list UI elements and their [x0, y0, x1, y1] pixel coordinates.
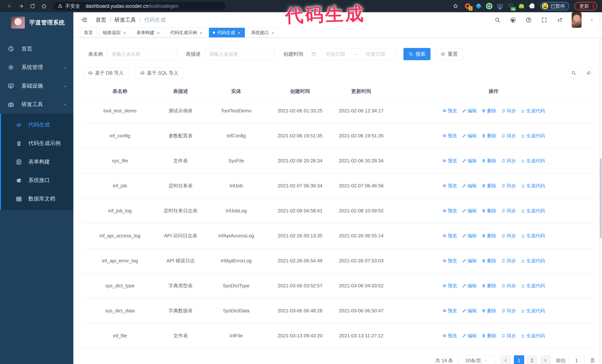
- sync-link[interactable]: 同步: [501, 132, 516, 140]
- app-logo[interactable]: 芋道管理系统: [0, 12, 73, 33]
- edit-link[interactable]: 编辑: [462, 207, 477, 215]
- delete-link[interactable]: 删除: [482, 257, 496, 265]
- github-icon[interactable]: [509, 16, 517, 24]
- preview-link[interactable]: 预览: [442, 282, 457, 290]
- edit-link[interactable]: 编辑: [462, 307, 477, 315]
- toggle-search-button[interactable]: [568, 68, 579, 78]
- close-icon[interactable]: [271, 31, 275, 34]
- extension-icon-robot[interactable]: [518, 3, 525, 10]
- import-db-button[interactable]: 基于 DB 导入: [83, 67, 129, 79]
- reload-icon[interactable]: [28, 1, 37, 11]
- paused-profile-badge[interactable]: 已暂停: [540, 2, 569, 10]
- preview-link[interactable]: 预览: [442, 332, 457, 340]
- generate-code-link[interactable]: 生成代码: [521, 257, 545, 265]
- extension-icon-gem[interactable]: [475, 3, 482, 10]
- edit-link[interactable]: 编辑: [462, 157, 477, 165]
- extension-icon-on[interactable]: on: [507, 3, 514, 10]
- edit-link[interactable]: 编辑: [462, 257, 477, 265]
- sidebar-menu-item[interactable]: 研发工具: [0, 95, 73, 114]
- edit-link[interactable]: 编辑: [462, 107, 477, 114]
- next-page-button[interactable]: [540, 355, 550, 364]
- generate-code-link[interactable]: 生成代码: [521, 207, 545, 215]
- user-avatar[interactable]: [572, 12, 582, 28]
- page-size-select[interactable]: 10条/页: [458, 355, 495, 364]
- sidebar-submenu-item[interactable]: 数据库文档: [1, 190, 73, 208]
- sync-link[interactable]: 同步: [501, 332, 516, 340]
- sync-link[interactable]: 同步: [501, 157, 516, 165]
- sidebar-submenu-item[interactable]: 代码生成: [1, 115, 73, 134]
- generate-code-link[interactable]: 生成代码: [521, 232, 545, 239]
- tab-item[interactable]: 代码生成示例: [166, 28, 207, 37]
- delete-link[interactable]: 删除: [482, 207, 496, 215]
- scrollbar-thumb[interactable]: [600, 158, 602, 238]
- preview-link[interactable]: 预览: [442, 107, 457, 114]
- sync-link[interactable]: 同步: [501, 207, 516, 215]
- scrollbar[interactable]: [599, 12, 602, 364]
- sidebar-submenu-item[interactable]: 表单构建: [1, 153, 73, 171]
- kebab-menu-icon[interactable]: [593, 4, 594, 8]
- back-icon[interactable]: [5, 1, 14, 11]
- tab-item[interactable]: 表单构建: [133, 28, 164, 37]
- preview-link[interactable]: 预览: [442, 307, 457, 315]
- generate-code-link[interactable]: 生成代码: [521, 157, 545, 165]
- sidebar-menu-item[interactable]: 首页: [0, 40, 73, 58]
- sidebar-toggle-icon[interactable]: [80, 16, 88, 24]
- table-desc-input[interactable]: [205, 48, 275, 60]
- help-icon[interactable]: [525, 16, 532, 24]
- close-icon[interactable]: [199, 31, 203, 34]
- delete-link[interactable]: 删除: [482, 132, 496, 140]
- fullscreen-icon[interactable]: [540, 16, 548, 24]
- search-icon[interactable]: [494, 16, 501, 24]
- delete-link[interactable]: 删除: [482, 307, 496, 315]
- refresh-table-button[interactable]: [583, 68, 594, 78]
- tab-item[interactable]: 链路追踪: [99, 28, 130, 37]
- home-icon[interactable]: [39, 1, 49, 11]
- preview-link[interactable]: 预览: [442, 232, 457, 239]
- update-button[interactable]: 更新: [574, 2, 597, 10]
- chevron-down-icon[interactable]: [590, 18, 594, 22]
- preview-link[interactable]: 预览: [442, 207, 457, 215]
- forward-icon[interactable]: [16, 1, 26, 11]
- extension-icon-grid[interactable]: [497, 3, 503, 10]
- breadcrumb-item-devtools[interactable]: 研发工具: [115, 16, 136, 24]
- preview-link[interactable]: 预览: [442, 182, 457, 190]
- delete-link[interactable]: 删除: [482, 157, 496, 165]
- sidebar-menu-item[interactable]: 基础设施: [0, 77, 73, 95]
- goto-page-input[interactable]: [569, 355, 585, 364]
- sidebar-submenu-item[interactable]: 代码生成示例: [1, 134, 73, 153]
- search-button[interactable]: 搜索: [403, 48, 430, 60]
- generate-code-link[interactable]: 生成代码: [521, 282, 545, 290]
- edit-link[interactable]: 编辑: [462, 182, 477, 190]
- import-sql-button[interactable]: 基于 SQL 导入: [135, 67, 183, 79]
- sync-link[interactable]: 同步: [501, 307, 516, 315]
- sync-link[interactable]: 同步: [501, 182, 516, 190]
- generate-code-link[interactable]: 生成代码: [521, 332, 545, 340]
- address-bar[interactable]: 不安全 dashboard.yudao.iocoder.cn/tool/code…: [53, 2, 225, 10]
- generate-code-link[interactable]: 生成代码: [521, 107, 545, 114]
- delete-link[interactable]: 删除: [482, 332, 496, 340]
- reset-button[interactable]: 重置: [436, 48, 463, 60]
- delete-link[interactable]: 删除: [482, 232, 496, 239]
- preview-link[interactable]: 预览: [442, 257, 457, 265]
- edit-link[interactable]: 编辑: [462, 282, 477, 290]
- generate-code-link[interactable]: 生成代码: [521, 307, 545, 315]
- delete-link[interactable]: 删除: [482, 182, 496, 190]
- close-icon[interactable]: [157, 31, 160, 34]
- breadcrumb-item-home[interactable]: 首页: [96, 16, 106, 24]
- sidebar-menu-item[interactable]: 系统管理: [0, 58, 73, 77]
- sync-link[interactable]: 同步: [501, 257, 516, 265]
- close-icon[interactable]: [237, 31, 241, 34]
- date-range-input[interactable]: 开始日期 - 结束日期: [308, 48, 396, 60]
- font-size-icon[interactable]: [556, 16, 563, 24]
- edit-link[interactable]: 编辑: [462, 332, 477, 340]
- preview-link[interactable]: 预览: [442, 157, 457, 165]
- sync-link[interactable]: 同步: [501, 107, 516, 114]
- close-icon[interactable]: [123, 31, 127, 34]
- page-number-button[interactable]: 1: [514, 355, 524, 364]
- generate-code-link[interactable]: 生成代码: [521, 132, 545, 140]
- edit-link[interactable]: 编辑: [462, 132, 477, 140]
- sidebar-submenu-item[interactable]: 系统接口: [1, 171, 73, 190]
- tab-item[interactable]: 代码生成: [209, 28, 245, 37]
- extensions-puzzle-icon[interactable]: [529, 3, 536, 10]
- prev-page-button[interactable]: [501, 355, 511, 364]
